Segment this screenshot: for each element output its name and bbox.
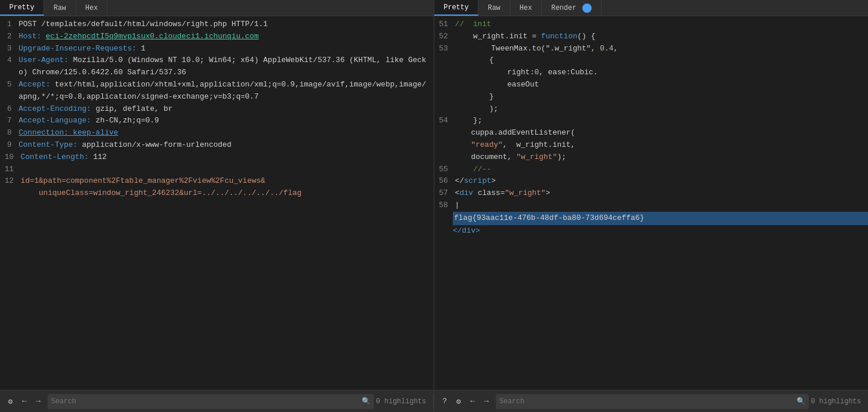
- table-row: 52 w_right.init = function() {: [439, 31, 868, 43]
- table-row: 12 id=1&path=component%2Ftable_manager%2…: [5, 175, 429, 200]
- table-row: 55 //--: [439, 164, 868, 176]
- right-search-bar: ? ⚙ ← → 🔍 0 highlights: [434, 394, 868, 409]
- table-row: document, "w_right");: [439, 151, 868, 164]
- table-row: easeOut: [439, 79, 868, 91]
- table-row: 1 POST /templates/default/html/windows/r…: [5, 19, 429, 31]
- question-icon-right[interactable]: ?: [438, 395, 452, 409]
- flag-line: flag{93aac11e-476b-48df-ba80-73d694ceffa…: [439, 212, 868, 225]
- table-row: 5 Accept: text/html,application/xhtml+xm…: [5, 79, 429, 103]
- table-row: 57 <div class="w_right">: [439, 187, 868, 200]
- table-row: right:0, ease:Cubic.: [439, 67, 868, 79]
- right-tabs: Pretty Raw Hex Render: [434, 0, 868, 16]
- render-dot: [582, 3, 592, 13]
- table-row: 4 User-Agent: Mozilla/5.0 (Windows NT 10…: [5, 55, 429, 79]
- table-row: 8 Connection: keep-alive: [5, 127, 429, 139]
- table-row: 11: [5, 164, 429, 176]
- highlights-count-left: 0 highlights: [376, 397, 426, 406]
- tab-raw-left[interactable]: Raw: [44, 0, 76, 16]
- tab-pretty-left[interactable]: Pretty: [0, 0, 44, 16]
- left-panel: Pretty Raw Hex 1 POST /templates/default…: [0, 0, 434, 412]
- table-row: 2 Host: eci-2zehpcdtI5q9mvp1sux0.cloudec…: [5, 31, 429, 43]
- table-row: );: [439, 103, 868, 115]
- search-icon-right: 🔍: [797, 397, 805, 406]
- search-input-left[interactable]: [51, 397, 362, 406]
- left-bottom-bar: ⚙ ← → 🔍 0 highlights: [0, 390, 434, 412]
- search-input-right[interactable]: [499, 397, 797, 406]
- left-tabs: Pretty Raw Hex: [0, 0, 434, 16]
- table-row: 54 };: [439, 115, 868, 127]
- table-row: 3 Upgrade-Insecure-Requests: 1: [5, 43, 429, 55]
- tab-hex-left[interactable]: Hex: [76, 0, 108, 16]
- tab-pretty-right[interactable]: Pretty: [434, 0, 478, 16]
- prev-icon-right[interactable]: ←: [466, 395, 480, 409]
- search-wrap-left: 🔍: [48, 394, 374, 409]
- table-row: 9 Content-Type: application/x-www-form-u…: [5, 139, 429, 151]
- search-wrap-right: 🔍: [496, 394, 809, 409]
- next-icon-right[interactable]: →: [480, 395, 494, 409]
- table-row: 53 TweenMax.to(".w_right", 0.4,: [439, 43, 868, 55]
- left-search-bar: ⚙ ← → 🔍 0 highlights: [0, 394, 434, 409]
- tab-hex-right[interactable]: Hex: [510, 0, 542, 16]
- prev-icon-left[interactable]: ←: [17, 395, 31, 409]
- right-bottom-bar: ? ⚙ ← → 🔍 0 highlights: [434, 390, 868, 412]
- table-row: 58 |: [439, 200, 868, 212]
- settings-icon-left[interactable]: ⚙: [3, 395, 17, 409]
- table-row: {: [439, 55, 868, 67]
- table-row: cuppa.addEventListener(: [439, 127, 868, 139]
- tab-render-right[interactable]: Render: [542, 0, 601, 16]
- right-panel: Pretty Raw Hex Render 51 // init 52: [434, 0, 868, 412]
- table-row: "ready", w_right.init,: [439, 139, 868, 151]
- table-row: </div>: [439, 225, 868, 237]
- table-row: 56 </script>: [439, 175, 868, 187]
- tab-raw-right[interactable]: Raw: [478, 0, 510, 16]
- highlights-count-right: 0 highlights: [811, 397, 861, 406]
- table-row: 7 Accept-Language: zh-CN,zh;q=0.9: [5, 115, 429, 127]
- left-content-area: 1 POST /templates/default/html/windows/r…: [0, 16, 434, 390]
- search-icon-left: 🔍: [362, 397, 370, 406]
- right-content-area: 51 // init 52 w_right.init = function() …: [434, 16, 868, 390]
- settings-icon-right[interactable]: ⚙: [452, 395, 466, 409]
- table-row: 51 // init: [439, 19, 868, 31]
- table-row: 6 Accept-Encoding: gzip, deflate, br: [5, 103, 429, 115]
- table-row: }: [439, 91, 868, 103]
- table-row: 10 Content-Length: 112: [5, 151, 429, 164]
- next-icon-left[interactable]: →: [31, 395, 45, 409]
